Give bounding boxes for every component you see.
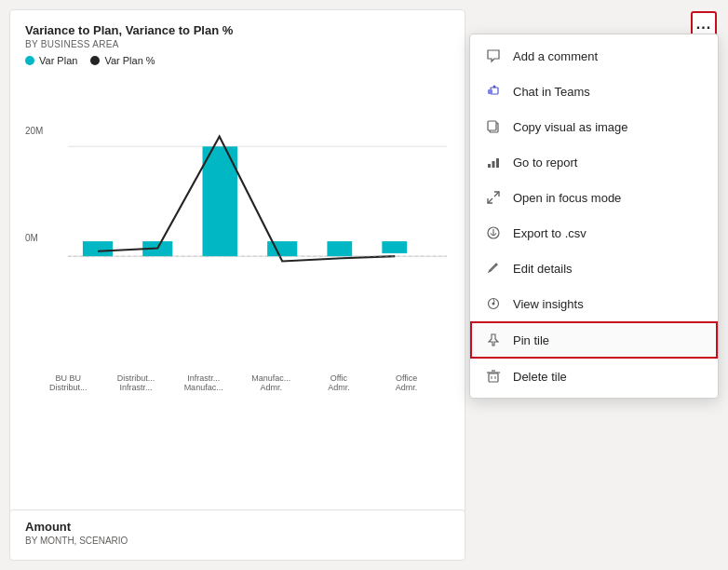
legend-label-varplanpct: Var Plan % xyxy=(104,55,155,66)
svg-rect-13 xyxy=(488,121,496,130)
delete-icon xyxy=(485,368,502,385)
card-title: Variance to Plan, Variance to Plan % xyxy=(25,23,450,37)
legend-item-varplanpct: Var Plan % xyxy=(90,55,155,66)
menu-item-go-report[interactable]: Go to report xyxy=(470,144,718,180)
bottom-card: Amount BY MONTH, SCENARIO xyxy=(9,509,465,561)
copy-icon xyxy=(485,118,502,135)
legend-item-varplan: Var Plan xyxy=(25,55,77,66)
legend-dot-varplan xyxy=(25,56,34,65)
y-label-0m: 0M xyxy=(25,233,38,243)
svg-rect-2 xyxy=(83,241,113,256)
menu-item-chat-teams[interactable]: Chat in Teams xyxy=(470,74,718,109)
legend-label-varplan: Var Plan xyxy=(39,55,77,66)
context-menu: Add a comment Chat in Teams Copy visual … xyxy=(469,34,719,399)
chart-area: 20M 0M BU BU xyxy=(10,70,465,387)
x-labels: BU BU Distribut... Distribut... Infrastr… xyxy=(25,373,450,392)
menu-label-copy-image: Copy visual as image xyxy=(513,120,628,134)
svg-rect-6 xyxy=(327,241,352,256)
menu-item-copy-image[interactable]: Copy visual as image xyxy=(470,109,718,144)
svg-rect-5 xyxy=(267,241,297,256)
svg-line-17 xyxy=(494,192,499,197)
menu-item-export-csv[interactable]: Export to .csv xyxy=(470,215,718,251)
svg-rect-23 xyxy=(489,373,498,382)
svg-rect-16 xyxy=(496,158,499,168)
chart-svg xyxy=(25,87,450,366)
insights-icon xyxy=(485,295,502,312)
svg-rect-15 xyxy=(492,161,495,168)
menu-label-view-insights: View insights xyxy=(513,297,584,311)
menu-item-view-insights[interactable]: View insights xyxy=(470,286,718,321)
export-icon xyxy=(485,224,502,241)
bottom-card-title: Amount xyxy=(25,520,450,534)
menu-label-chat-teams: Chat in Teams xyxy=(513,85,590,99)
menu-label-focus-mode: Open in focus mode xyxy=(513,191,621,205)
svg-point-11 xyxy=(493,86,496,88)
y-label-20m: 20M xyxy=(25,126,43,136)
card-subtitle: BY BUSINESS AREA xyxy=(25,39,450,49)
legend-dot-varplanpct xyxy=(90,56,100,65)
menu-label-pin-tile: Pin tile xyxy=(513,333,549,347)
svg-rect-14 xyxy=(488,164,491,168)
expand-icon xyxy=(485,189,502,206)
menu-label-go-report: Go to report xyxy=(513,156,577,170)
menu-label-export-csv: Export to .csv xyxy=(513,226,586,240)
bottom-card-subtitle: BY MONTH, SCENARIO xyxy=(25,536,450,546)
x-label-1: Distribut... Infrastr... xyxy=(103,373,169,392)
chart-card: Variance to Plan, Variance to Plan % BY … xyxy=(9,9,465,531)
x-label-3: Manufac... Admr. xyxy=(238,373,303,392)
menu-item-delete-tile[interactable]: Delete tile xyxy=(470,359,718,394)
menu-item-add-comment[interactable]: Add a comment xyxy=(470,38,718,74)
edit-icon xyxy=(485,260,502,277)
comment-icon xyxy=(485,48,502,64)
svg-rect-7 xyxy=(382,241,407,253)
x-label-2: Infrastr... Manufac... xyxy=(171,373,236,392)
menu-label-add-comment: Add a comment xyxy=(513,49,598,63)
menu-label-delete-tile: Delete tile xyxy=(513,370,567,384)
x-label-5: Office Admr. xyxy=(374,373,439,392)
pin-icon xyxy=(485,332,502,348)
svg-rect-10 xyxy=(488,89,492,94)
menu-label-edit-details: Edit details xyxy=(513,262,573,276)
x-label-0: BU BU Distribut... xyxy=(35,373,101,392)
menu-item-focus-mode[interactable]: Open in focus mode xyxy=(470,180,718,215)
teams-icon xyxy=(485,83,502,100)
card-header: Variance to Plan, Variance to Plan % BY … xyxy=(10,10,465,70)
menu-item-edit-details[interactable]: Edit details xyxy=(470,251,718,286)
menu-item-pin-tile[interactable]: Pin tile xyxy=(470,321,718,359)
svg-line-18 xyxy=(488,198,492,203)
chart-legend: Var Plan Var Plan % xyxy=(25,55,450,66)
x-label-4: Offic Admr. xyxy=(306,373,371,392)
chart-icon xyxy=(485,154,502,170)
